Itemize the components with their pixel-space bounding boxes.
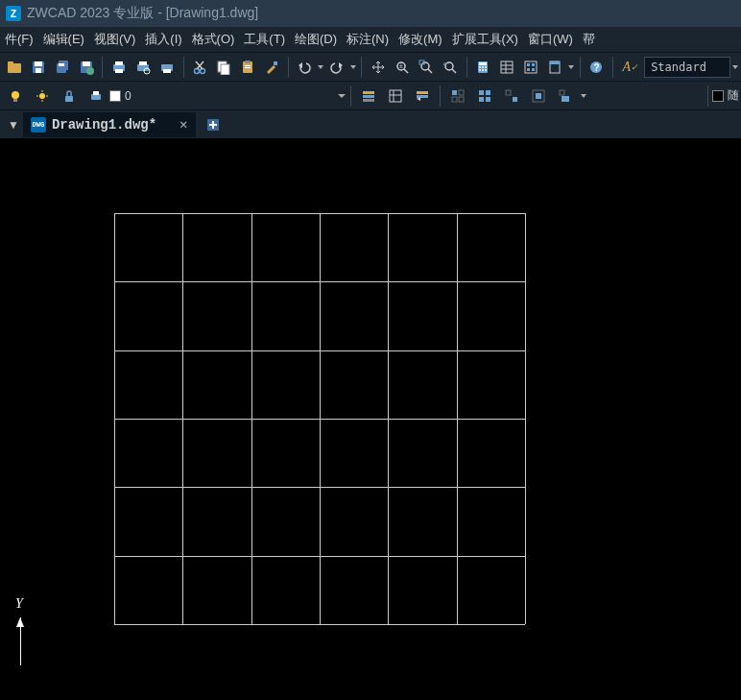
layer-unisolate-icon[interactable] xyxy=(473,84,496,108)
svg-rect-85 xyxy=(506,90,511,95)
svg-rect-26 xyxy=(245,60,251,63)
cut-icon[interactable] xyxy=(189,56,209,79)
separator xyxy=(612,57,613,78)
separator xyxy=(580,57,581,78)
layer-freeze-icon[interactable] xyxy=(500,84,523,108)
svg-point-41 xyxy=(482,66,484,68)
tab-drawing1[interactable]: DWG Drawing1.dwg* ✕ xyxy=(23,112,196,137)
svg-point-61 xyxy=(39,93,45,99)
text-style-icon[interactable]: A✓ xyxy=(619,56,643,79)
svg-rect-66 xyxy=(65,96,73,102)
menu-annotate[interactable]: 标注(N) xyxy=(342,31,394,48)
help-icon[interactable]: ? xyxy=(586,56,607,79)
layer-plot-icon[interactable] xyxy=(84,84,108,108)
menu-bar: 件(F) 编辑(E) 视图(V) 插入(I) 格式(O) 工具(T) 绘图(D)… xyxy=(0,27,741,52)
zoom-realtime-icon[interactable]: ± xyxy=(392,56,412,79)
calculator-icon[interactable] xyxy=(473,56,493,79)
text-style-select[interactable]: Standard xyxy=(644,57,730,78)
folder-icon[interactable] xyxy=(4,56,24,79)
svg-rect-52 xyxy=(532,63,535,66)
layer-sun-icon[interactable] xyxy=(31,84,54,108)
tabs-dropdown-icon[interactable]: ▼ xyxy=(4,118,23,132)
layer-states-icon[interactable] xyxy=(384,84,407,108)
svg-rect-69 xyxy=(363,91,374,94)
tool-palette-icon[interactable] xyxy=(545,56,565,79)
menu-extension[interactable]: 扩展工具(X) xyxy=(447,31,523,48)
save-as-icon[interactable] xyxy=(76,56,96,79)
svg-line-34 xyxy=(428,69,432,73)
svg-point-36 xyxy=(445,62,453,70)
save-icon[interactable] xyxy=(28,56,48,79)
svg-point-43 xyxy=(479,69,481,71)
svg-text:±: ± xyxy=(399,62,403,69)
menu-draw[interactable]: 绘图(D) xyxy=(290,31,342,48)
svg-rect-83 xyxy=(479,97,484,102)
app-icon: Z xyxy=(6,6,21,21)
menu-edit[interactable]: 编辑(E) xyxy=(38,31,89,48)
print-preview-icon[interactable] xyxy=(132,56,153,79)
svg-rect-75 xyxy=(417,91,428,94)
menu-modify[interactable]: 修改(M) xyxy=(394,31,447,48)
paste-icon[interactable] xyxy=(238,56,258,79)
zoom-previous-icon[interactable] xyxy=(441,56,461,79)
layer-bulb-icon[interactable] xyxy=(4,84,27,108)
redo-icon[interactable] xyxy=(327,56,347,79)
separator xyxy=(707,85,708,107)
svg-rect-80 xyxy=(459,97,464,102)
new-tab-button[interactable] xyxy=(202,113,225,136)
layer-off-icon[interactable] xyxy=(527,84,550,108)
svg-rect-68 xyxy=(93,91,99,95)
svg-rect-53 xyxy=(527,68,530,71)
drawing-canvas[interactable]: Y xyxy=(0,138,741,700)
svg-rect-4 xyxy=(36,68,41,73)
svg-rect-7 xyxy=(59,63,64,66)
print-icon[interactable] xyxy=(108,56,129,79)
layer-dropdown-icon[interactable] xyxy=(337,91,347,101)
zoom-window-icon[interactable] xyxy=(417,56,437,79)
svg-rect-86 xyxy=(513,97,517,102)
layer-color-swatch[interactable] xyxy=(109,90,121,102)
layer-manager-icon[interactable] xyxy=(357,84,380,108)
redo-dropdown-icon[interactable] xyxy=(349,63,358,71)
svg-text:?: ? xyxy=(594,62,600,73)
plot-icon[interactable] xyxy=(156,56,177,79)
menu-window[interactable]: 窗口(W) xyxy=(523,31,578,48)
svg-rect-71 xyxy=(363,99,374,102)
tab-close-icon[interactable]: ✕ xyxy=(179,116,187,133)
svg-line-31 xyxy=(404,69,408,73)
layer-tools-dropdown-icon[interactable] xyxy=(579,92,588,100)
svg-rect-79 xyxy=(452,97,457,102)
svg-rect-70 xyxy=(363,95,374,98)
copy-icon[interactable] xyxy=(214,56,234,79)
svg-rect-76 xyxy=(417,95,428,98)
svg-rect-28 xyxy=(245,67,251,68)
menu-view[interactable]: 视图(V) xyxy=(89,31,140,48)
undo-icon[interactable] xyxy=(295,56,315,79)
svg-rect-82 xyxy=(486,90,490,95)
design-center-icon[interactable] xyxy=(521,56,541,79)
menu-format[interactable]: 格式(O) xyxy=(187,31,240,48)
match-properties-icon[interactable] xyxy=(262,56,282,79)
undo-dropdown-icon[interactable] xyxy=(317,63,325,71)
palette-dropdown-icon[interactable] xyxy=(567,63,576,71)
pan-icon[interactable] xyxy=(368,56,388,79)
menu-help[interactable]: 帮 xyxy=(578,31,600,48)
style-dropdown-icon[interactable] xyxy=(730,63,739,71)
color-swatch-black[interactable] xyxy=(712,90,724,102)
svg-rect-27 xyxy=(245,65,251,66)
menu-insert[interactable]: 插入(I) xyxy=(140,31,186,48)
svg-point-10 xyxy=(86,67,94,75)
layer-lock-icon[interactable] xyxy=(58,84,81,108)
menu-file[interactable]: 件(F) xyxy=(0,31,38,48)
menu-tools[interactable]: 工具(T) xyxy=(239,31,290,48)
save-all-icon[interactable] xyxy=(52,56,72,79)
document-tabs: ▼ DWG Drawing1.dwg* ✕ xyxy=(0,109,741,138)
layer-isolate-icon[interactable] xyxy=(446,84,469,108)
title-bar: Z ZWCAD 2023 专业版 - [Drawing1.dwg] xyxy=(0,0,741,27)
separator xyxy=(288,57,289,78)
svg-rect-78 xyxy=(459,90,464,95)
layer-previous-icon[interactable] xyxy=(411,84,434,108)
properties-icon[interactable] xyxy=(497,56,517,79)
svg-rect-39 xyxy=(479,62,487,65)
layer-lock-tool-icon[interactable] xyxy=(554,84,577,108)
